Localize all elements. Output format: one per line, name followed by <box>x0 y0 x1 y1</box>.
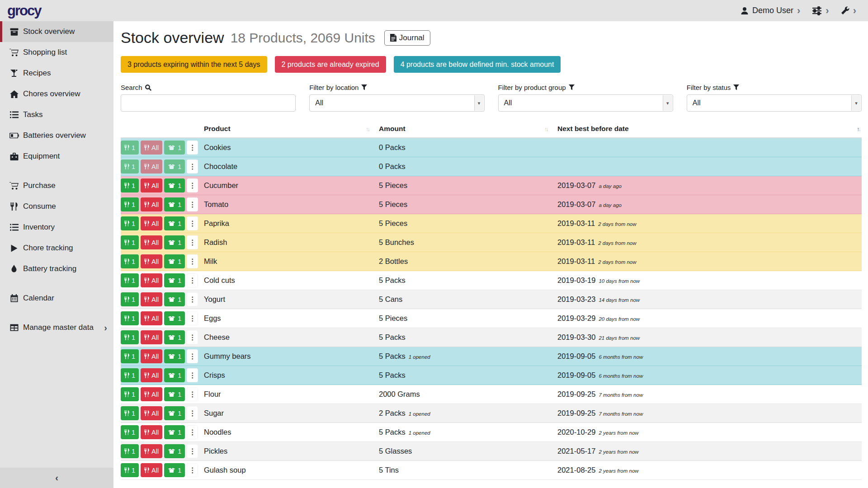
open-one-button[interactable]: 1 <box>164 463 185 477</box>
open-one-button[interactable]: 1 <box>164 387 185 401</box>
sidebar-collapse-button[interactable]: ‹ <box>0 468 113 488</box>
location-filter-select[interactable]: All ▾ <box>309 94 484 112</box>
row-menu-button[interactable]: ⋮ <box>187 368 198 382</box>
open-one-button[interactable]: 1 <box>164 292 185 306</box>
below-min-stock-badge[interactable]: 4 products are below defined min. stock … <box>394 56 561 73</box>
search-input[interactable] <box>121 94 296 112</box>
sidebar-item-tasks[interactable]: Tasks <box>0 104 113 125</box>
row-menu-button[interactable]: ⋮ <box>187 311 198 325</box>
column-header-product[interactable]: Product ↑↓ <box>204 125 379 133</box>
row-menu-button[interactable]: ⋮ <box>187 254 198 268</box>
sidebar-item-recipes[interactable]: Recipes <box>0 63 113 84</box>
consume-all-button[interactable]: All <box>141 311 162 325</box>
column-header-date[interactable]: Next best before date ↑↓ <box>557 125 862 133</box>
open-one-button[interactable]: 1 <box>164 254 185 268</box>
consume-all-button[interactable]: All <box>141 406 162 420</box>
open-one-button[interactable]: 1 <box>164 273 185 287</box>
row-menu-button[interactable]: ⋮ <box>187 141 198 155</box>
consume-all-button[interactable]: All <box>141 444 162 458</box>
sidebar-item-battery-tracking[interactable]: Battery tracking <box>0 258 113 279</box>
app-logo[interactable]: grocy <box>7 3 41 19</box>
row-menu-button[interactable]: ⋮ <box>187 178 198 192</box>
row-menu-button[interactable]: ⋮ <box>187 216 198 230</box>
sidebar-item-chores-overview[interactable]: Chores overview <box>0 84 113 104</box>
consume-one-button[interactable]: 1 <box>121 368 139 382</box>
consume-all-button[interactable]: All <box>141 216 162 230</box>
consume-one-button[interactable]: 1 <box>121 178 139 192</box>
consume-all-button[interactable]: All <box>141 349 162 363</box>
consume-all-button[interactable]: All <box>141 273 162 287</box>
sidebar-item-stock-overview[interactable]: Stock overview <box>0 21 113 42</box>
consume-all-button[interactable]: All <box>141 178 162 192</box>
sidebar-item-purchase[interactable]: Purchase <box>0 175 113 196</box>
user-menu[interactable]: Demo User › <box>741 6 800 16</box>
consume-one-button[interactable]: 1 <box>121 197 139 211</box>
consume-all-button[interactable]: All <box>141 368 162 382</box>
sidebar-item-equipment[interactable]: Equipment <box>0 146 113 167</box>
consume-one-button[interactable]: 1 <box>121 216 139 230</box>
open-one-button[interactable]: 1 <box>164 178 185 192</box>
status-filter-select[interactable]: All ▾ <box>687 94 862 112</box>
expired-products-badge[interactable]: 2 products are already expired <box>275 56 386 73</box>
consume-one-button[interactable]: 1 <box>121 425 139 439</box>
consume-all-button[interactable]: All <box>141 330 162 344</box>
row-menu-button[interactable]: ⋮ <box>187 197 198 211</box>
open-one-button[interactable]: 1 <box>164 311 185 325</box>
consume-one-button[interactable]: 1 <box>121 349 139 363</box>
settings-menu[interactable]: › <box>812 6 829 16</box>
consume-one-button[interactable]: 1 <box>121 273 139 287</box>
sidebar-item-manage-master-data[interactable]: Manage master data › <box>0 317 113 338</box>
consume-all-button[interactable]: All <box>141 463 162 477</box>
open-one-button[interactable]: 1 <box>164 406 185 420</box>
row-menu-button[interactable]: ⋮ <box>187 463 198 477</box>
consume-all-button[interactable]: All <box>141 254 162 268</box>
consume-one-button[interactable]: 1 <box>121 406 139 420</box>
consume-one-button[interactable]: 1 <box>121 463 139 477</box>
row-menu-button[interactable]: ⋮ <box>187 349 198 363</box>
sidebar-item-batteries-overview[interactable]: Batteries overview <box>0 125 113 146</box>
consume-all-button[interactable]: All <box>141 160 162 174</box>
column-header-amount[interactable]: Amount ↑↓ <box>379 125 557 133</box>
consume-one-button[interactable]: 1 <box>121 444 139 458</box>
consume-all-button[interactable]: All <box>141 387 162 401</box>
consume-all-button[interactable]: All <box>141 425 162 439</box>
consume-one-button[interactable]: 1 <box>121 141 139 155</box>
consume-one-button[interactable]: 1 <box>121 387 139 401</box>
consume-one-button[interactable]: 1 <box>121 160 139 174</box>
row-menu-button[interactable]: ⋮ <box>187 425 198 439</box>
open-one-button[interactable]: 1 <box>164 368 185 382</box>
consume-one-button[interactable]: 1 <box>121 330 139 344</box>
row-menu-button[interactable]: ⋮ <box>187 406 198 420</box>
consume-all-button[interactable]: All <box>141 292 162 306</box>
row-menu-button[interactable]: ⋮ <box>187 160 198 174</box>
sidebar-item-shopping-list[interactable]: Shopping list <box>0 42 113 63</box>
admin-menu[interactable]: › <box>841 6 856 16</box>
open-one-button[interactable]: 1 <box>164 141 185 155</box>
sidebar-item-inventory[interactable]: Inventory <box>0 217 113 238</box>
row-menu-button[interactable]: ⋮ <box>187 292 198 306</box>
open-one-button[interactable]: 1 <box>164 197 185 211</box>
consume-one-button[interactable]: 1 <box>121 235 139 249</box>
open-one-button[interactable]: 1 <box>164 330 185 344</box>
row-menu-button[interactable]: ⋮ <box>187 273 198 287</box>
row-menu-button[interactable]: ⋮ <box>187 330 198 344</box>
open-one-button[interactable]: 1 <box>164 425 185 439</box>
consume-all-button[interactable]: All <box>141 235 162 249</box>
journal-button[interactable]: Journal <box>384 30 430 46</box>
sidebar-item-consume[interactable]: Consume <box>0 196 113 217</box>
row-menu-button[interactable]: ⋮ <box>187 444 198 458</box>
consume-all-button[interactable]: All <box>141 141 162 155</box>
product-group-filter-select[interactable]: All ▾ <box>498 94 673 112</box>
sidebar-item-calendar[interactable]: Calendar <box>0 288 113 309</box>
open-one-button[interactable]: 1 <box>164 160 185 174</box>
consume-one-button[interactable]: 1 <box>121 292 139 306</box>
open-one-button[interactable]: 1 <box>164 216 185 230</box>
expiring-products-badge[interactable]: 3 products expiring within the next 5 da… <box>121 56 267 73</box>
consume-one-button[interactable]: 1 <box>121 254 139 268</box>
open-one-button[interactable]: 1 <box>164 444 185 458</box>
consume-one-button[interactable]: 1 <box>121 311 139 325</box>
open-one-button[interactable]: 1 <box>164 349 185 363</box>
consume-all-button[interactable]: All <box>141 197 162 211</box>
row-menu-button[interactable]: ⋮ <box>187 235 198 249</box>
sidebar-item-chore-tracking[interactable]: Chore tracking <box>0 238 113 258</box>
